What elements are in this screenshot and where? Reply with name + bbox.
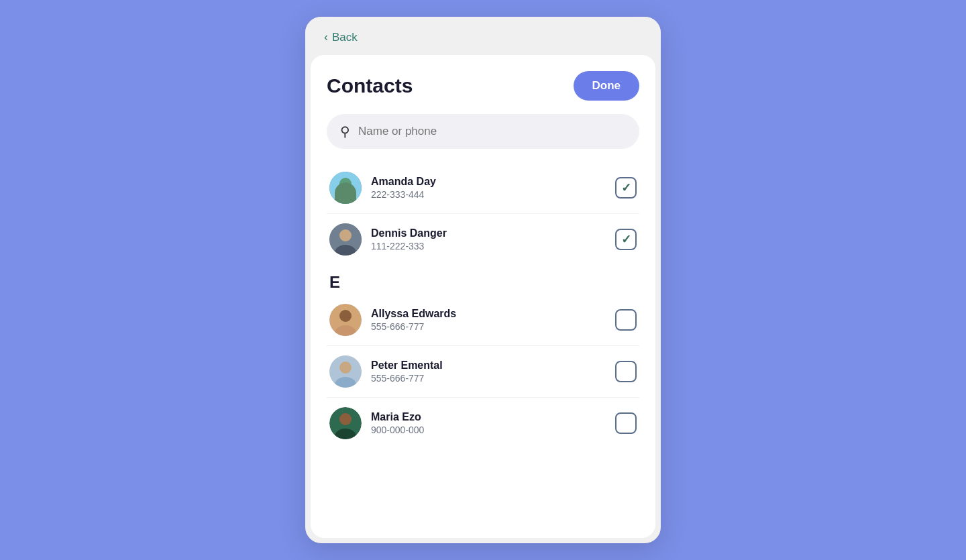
back-button[interactable]: ‹ Back <box>324 30 358 44</box>
contact-info: Amanda Day 222-333-444 <box>371 176 606 200</box>
list-item: Maria Ezo 900-000-000 <box>327 400 639 446</box>
svg-point-7 <box>339 310 352 322</box>
svg-point-0 <box>329 172 362 204</box>
card-header: ‹ Back <box>305 17 661 55</box>
list-item: Dennis Danger 111-222-333 ✓ <box>327 217 639 262</box>
contact-checkbox[interactable]: ✓ <box>615 229 637 250</box>
avatar <box>329 407 362 439</box>
search-input[interactable] <box>358 125 626 138</box>
checkmark-icon: ✓ <box>621 180 631 195</box>
back-chevron-icon: ‹ <box>324 30 328 44</box>
contact-info: Peter Emental 555-666-777 <box>371 359 606 384</box>
contact-name: Dennis Danger <box>371 227 606 239</box>
search-icon: ⚲ <box>340 123 350 139</box>
contact-name: Amanda Day <box>371 176 606 188</box>
contact-name: Peter Emental <box>371 359 606 372</box>
back-label: Back <box>332 31 358 44</box>
contacts-title: Contacts <box>327 74 413 97</box>
checkmark-icon: ✓ <box>621 232 631 247</box>
avatar <box>329 304 362 336</box>
avatar <box>329 223 362 256</box>
list-item: Amanda Day 222-333-444 ✓ <box>327 165 639 211</box>
contact-phone: 555-666-777 <box>371 321 606 332</box>
contact-info: Dennis Danger 111-222-333 <box>371 227 606 251</box>
search-bar[interactable]: ⚲ <box>327 114 639 149</box>
divider <box>327 345 639 346</box>
contact-name: Allyssa Edwards <box>371 308 606 320</box>
contact-checkbox[interactable] <box>615 412 637 434</box>
contact-info: Allyssa Edwards 555-666-777 <box>371 308 606 332</box>
contact-info: Maria Ezo 900-000-000 <box>371 411 606 435</box>
svg-point-13 <box>339 413 352 425</box>
svg-point-4 <box>339 229 352 241</box>
done-button[interactable]: Done <box>574 71 640 101</box>
contact-phone: 555-666-777 <box>371 373 606 384</box>
main-content: Contacts Done ⚲ Amanda Day 222-333-444 <box>311 55 655 538</box>
contact-checkbox[interactable] <box>615 361 637 382</box>
svg-point-1 <box>339 178 352 190</box>
avatar <box>329 172 362 204</box>
contact-name: Maria Ezo <box>371 411 606 423</box>
contact-checkbox[interactable]: ✓ <box>615 177 637 199</box>
list-item: Peter Emental 555-666-777 <box>327 349 639 394</box>
contact-phone: 900-000-000 <box>371 425 606 435</box>
svg-point-10 <box>339 361 352 374</box>
divider <box>327 213 639 214</box>
avatar <box>329 355 362 388</box>
list-item: Allyssa Edwards 555-666-777 <box>327 297 639 343</box>
contact-checkbox[interactable] <box>615 309 637 331</box>
contacts-header: Contacts Done <box>327 71 639 101</box>
contact-phone: 111-222-333 <box>371 241 606 251</box>
contacts-card: ‹ Back Contacts Done ⚲ Amanda Da <box>305 17 661 543</box>
divider <box>327 397 639 398</box>
section-label-e: E <box>329 273 639 292</box>
contact-phone: 222-333-444 <box>371 189 606 200</box>
svg-point-2 <box>335 193 356 204</box>
